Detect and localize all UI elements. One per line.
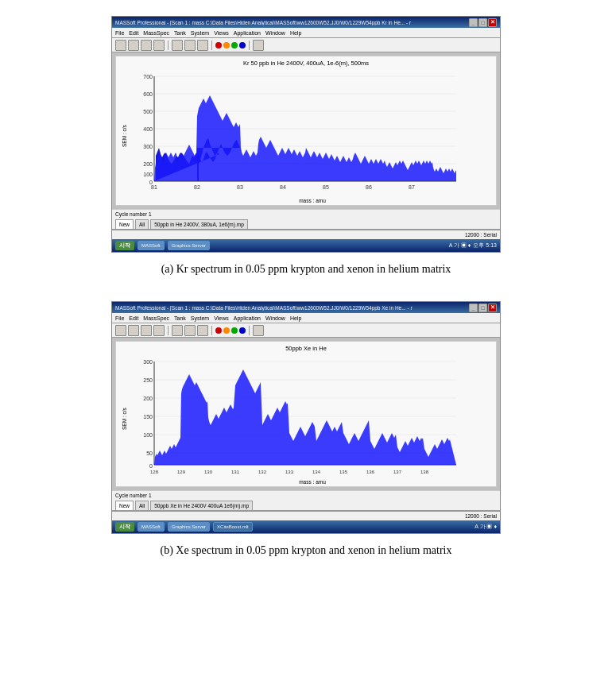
circle-red-b[interactable] [215,327,222,334]
close-btn[interactable]: ✕ [488,18,497,27]
menu-system-b[interactable]: System [191,315,209,321]
circle-green-b[interactable] [231,327,238,334]
toolbar-btn-b4[interactable] [153,325,165,336]
tab-file-b[interactable]: 50ppb Xe in He 2400V 400uA 1e6(m).mp [150,501,253,510]
tab-all-a[interactable]: All [135,219,149,229]
toolbar-btn-3[interactable] [141,40,152,51]
minimize-btn-b[interactable]: _ [469,304,478,312]
menu-application[interactable]: Application [234,30,261,36]
svg-text:250: 250 [143,377,153,383]
svg-text:135: 135 [339,470,348,474]
svg-text:132: 132 [258,470,267,474]
menu-massspec[interactable]: MassSpec [143,30,169,36]
toolbar-btn-4[interactable] [153,40,165,51]
menu-edit[interactable]: Edit [129,30,138,36]
svg-text:137: 137 [393,470,402,474]
maximize-btn[interactable]: □ [478,18,487,27]
circle-red[interactable] [215,42,222,48]
svg-text:400: 400 [143,126,153,132]
taskbar-btn-masssoft-b[interactable]: MASSoft [138,522,165,532]
toolbar-btn-1[interactable] [115,40,126,51]
toolbar-btn-b5[interactable] [172,325,183,336]
svg-text:136: 136 [366,470,375,474]
toolbar-a [112,38,500,52]
svg-text:138: 138 [420,470,429,474]
tab-file-a[interactable]: 50ppb in He 2400V, 380uA, 1e6(m).mp [150,219,248,229]
menu-massspec-b[interactable]: MassSpec [143,315,169,321]
win-controls-a: _ □ ✕ [469,18,497,27]
circle-orange[interactable] [223,42,230,48]
figure-a: MASSoft Professional - [Scan 1 : mass C:… [24,16,588,277]
win-controls-b: _ □ ✕ [469,304,497,312]
tab-bar-a[interactable]: New All 50ppb in He 2400V, 380uA, 1e6(m)… [112,219,500,230]
circle-blue-b[interactable] [239,327,246,334]
maximize-btn-b[interactable]: □ [478,304,487,312]
chart-svg-a: 700 600 500 400 300 200 100 0 81 82 83 8… [130,68,464,195]
svg-text:82: 82 [194,184,200,190]
circle-orange-b[interactable] [223,327,230,334]
window-title-a: MASSoft Professional - [Scan 1 : mass C:… [115,20,411,25]
chart-content-b: 300 250 200 150 100 50 0 128 129 130 131… [130,354,494,485]
taskbar-btn-xcite-b[interactable]: XCiteBoost.mlt [213,522,253,532]
window-title-b: MASSoft Professional - [Scan 1 : mass C:… [115,305,413,311]
taskbar-icons-b: A 가 ▣ ♦ [474,523,497,531]
svg-marker-54 [154,369,456,465]
menu-help-b[interactable]: Help [290,315,301,321]
toolbar-btn-b2[interactable] [128,325,139,336]
svg-text:200: 200 [143,161,153,167]
toolbar-btn-8[interactable] [253,40,264,51]
toolbar-btn-b6[interactable] [184,325,196,336]
titlebar-a: MASSoft Professional - [Scan 1 : mass C:… [112,17,500,28]
tab-new-b[interactable]: New [115,501,134,510]
tab-all-b[interactable]: All [135,501,149,510]
chart-area-b: 50ppb Xe in He SEM : c/s [115,341,497,487]
circle-blue[interactable] [239,42,246,48]
svg-text:150: 150 [143,414,153,420]
close-btn-b[interactable]: ✕ [488,304,497,312]
toolbar-btn-b3[interactable] [141,325,152,336]
circle-green[interactable] [231,42,238,48]
menu-file-b[interactable]: File [115,315,124,321]
cycle-bar-b: Cycle number 1 [112,490,500,500]
taskbar-btn-graphics-a[interactable]: Graphics Server [168,241,210,250]
menu-edit-b[interactable]: Edit [129,315,138,321]
menu-system[interactable]: System [191,30,209,36]
taskbar-start-b[interactable]: 시작 [115,522,134,532]
tab-new-a[interactable]: New [115,219,134,229]
svg-text:84: 84 [280,184,286,190]
menu-views[interactable]: Views [214,30,229,36]
tab-bar-b[interactable]: New All 50ppb Xe in He 2400V 400uA 1e6(m… [112,500,500,511]
chart-svg-b: 300 250 200 150 100 50 0 128 129 130 131… [130,354,464,477]
menu-file[interactable]: File [115,30,124,36]
taskbar-start-a[interactable]: 시작 [115,241,134,250]
cycle-label-a: Cycle number 1 [115,211,152,217]
chart-content-a: 700 600 500 400 300 200 100 0 81 82 83 8… [130,68,494,203]
minimize-btn[interactable]: _ [469,18,478,27]
menu-window[interactable]: Window [265,30,285,36]
menu-window-b[interactable]: Window [265,315,285,321]
menu-views-b[interactable]: Views [214,315,229,321]
svg-text:300: 300 [143,144,153,149]
toolbar-btn-5[interactable] [172,40,183,51]
taskbar-btn-graphics-b[interactable]: Graphics Server [168,522,210,532]
menu-tank-b[interactable]: Tank [174,315,186,321]
svg-text:300: 300 [143,359,153,365]
menubar-b: File Edit MassSpec Tank System Views App… [112,313,500,323]
toolbar-sep-b1 [168,326,168,335]
svg-marker-26 [154,95,456,181]
toolbar-btn-b8[interactable] [253,325,264,336]
svg-text:100: 100 [143,432,153,438]
menu-tank[interactable]: Tank [174,30,186,36]
svg-text:81: 81 [151,184,157,190]
toolbar-btn-7[interactable] [197,40,208,51]
taskbar-btn-masssoft-a[interactable]: MASSoft [138,241,165,250]
toolbar-btn-b7[interactable] [197,325,208,336]
menubar-a: File Edit MassSpec Tank System Views App… [112,28,500,38]
menu-help[interactable]: Help [290,30,301,36]
toolbar-btn-b1[interactable] [115,325,126,336]
menu-application-b[interactable]: Application [234,315,261,321]
svg-text:700: 700 [143,74,153,79]
toolbar-btn-2[interactable] [128,40,139,51]
svg-text:600: 600 [143,91,153,97]
toolbar-btn-6[interactable] [184,40,196,51]
